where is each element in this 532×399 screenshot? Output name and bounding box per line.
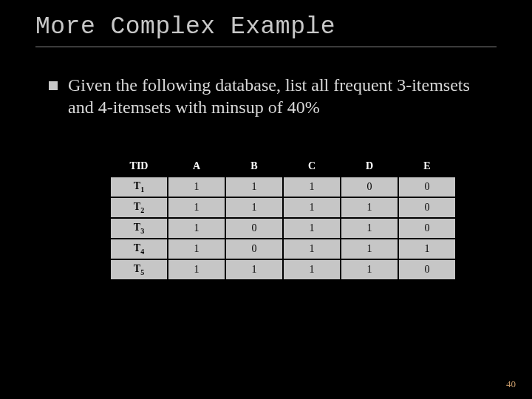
tid-cell: T3	[110, 218, 168, 239]
data-table: TID A B C D E T111100T211110T310110T4101…	[109, 155, 457, 281]
table-header-row: TID A B C D E	[110, 156, 456, 177]
data-cell: 1	[168, 218, 225, 239]
data-cell: 0	[341, 177, 398, 197]
data-cell: 0	[398, 177, 456, 197]
data-cell: 1	[283, 197, 341, 218]
data-cell: 1	[341, 239, 398, 259]
page-number: 40	[506, 378, 516, 390]
data-cell: 1	[283, 177, 341, 197]
tid-cell: T5	[110, 259, 168, 280]
tid-cell: T1	[110, 177, 168, 197]
bullet-item: Given the following database, list all f…	[49, 74, 497, 118]
table-row: T211110	[110, 197, 456, 218]
data-cell: 1	[168, 259, 225, 280]
data-cell: 1	[283, 218, 341, 239]
data-cell: 1	[225, 197, 283, 218]
col-header: TID	[110, 156, 168, 177]
data-cell: 1	[168, 197, 225, 218]
data-cell: 1	[283, 259, 341, 280]
table-row: T410111	[110, 239, 456, 259]
data-cell: 1	[341, 218, 398, 239]
data-cell: 1	[341, 197, 398, 218]
data-cell: 1	[168, 177, 225, 197]
data-cell: 0	[398, 197, 456, 218]
data-cell: 0	[225, 218, 283, 239]
col-header: C	[283, 156, 341, 177]
bullet-marker-icon	[49, 81, 58, 90]
data-cell: 0	[398, 218, 456, 239]
data-cell: 1	[341, 259, 398, 280]
data-cell: 1	[283, 239, 341, 259]
col-header: D	[341, 156, 398, 177]
table-row: T111100	[110, 177, 456, 197]
col-header: A	[168, 156, 225, 177]
data-table-wrap: TID A B C D E T111100T211110T310110T4101…	[109, 155, 497, 281]
data-cell: 1	[225, 177, 283, 197]
data-cell: 0	[225, 239, 283, 259]
tid-cell: T4	[110, 239, 168, 259]
slide-title: More Complex Example	[35, 13, 497, 47]
tid-cell: T2	[110, 197, 168, 218]
table-row: T511110	[110, 259, 456, 280]
data-cell: 1	[168, 239, 225, 259]
bullet-text: Given the following database, list all f…	[68, 74, 497, 118]
data-cell: 0	[398, 259, 456, 280]
table-row: T310110	[110, 218, 456, 239]
col-header: E	[398, 156, 456, 177]
data-cell: 1	[225, 259, 283, 280]
slide: More Complex Example Given the following…	[0, 0, 532, 399]
table-body: T111100T211110T310110T410111T511110	[110, 177, 456, 280]
data-cell: 1	[398, 239, 456, 259]
col-header: B	[225, 156, 283, 177]
